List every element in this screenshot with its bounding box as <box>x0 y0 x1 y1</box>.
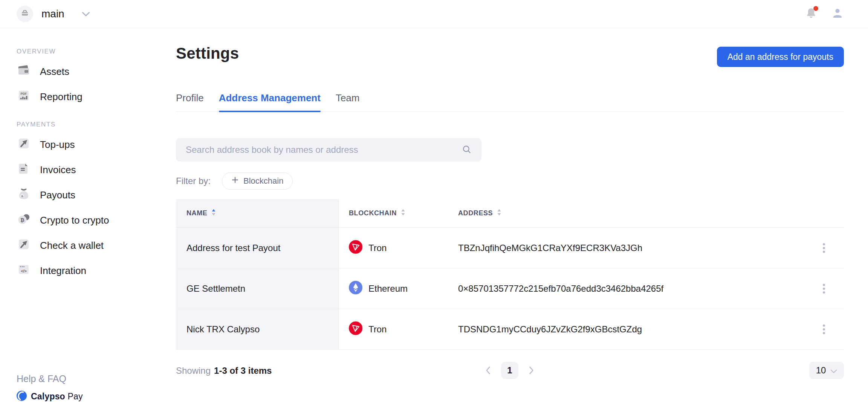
tab-address-management[interactable]: Address Management <box>219 92 321 111</box>
table-row: GE Settlemetn Ethereum 0×85701357772c215… <box>176 268 844 309</box>
svg-text:</>: </> <box>21 269 26 273</box>
bitcoin-coins-icon: ₿ <box>17 212 31 229</box>
briefcase-icon <box>20 9 29 19</box>
profile-button[interactable] <box>831 7 844 21</box>
notifications-button[interactable] <box>805 7 818 21</box>
invoice-icon <box>17 161 31 178</box>
cursor-arrow-icon <box>17 136 31 153</box>
sort-icon <box>400 208 406 218</box>
svg-text:PDF: PDF <box>21 92 27 96</box>
sidebar-item-top-ups[interactable]: Top-ups <box>17 132 176 157</box>
tron-icon <box>349 321 362 337</box>
row-actions-menu-icon[interactable] <box>821 282 827 296</box>
page-size-value: 10 <box>816 365 826 376</box>
report-pdf-icon: PDF <box>17 88 31 105</box>
address-table: NAME BLOCKCHAIN ADDRESS <box>176 199 844 350</box>
showing-label: Showing <box>176 365 211 376</box>
column-header-address[interactable]: ADDRESS <box>448 199 791 227</box>
row-actions-menu-icon[interactable] <box>821 322 827 337</box>
pagination: 1 <box>484 362 536 379</box>
add-address-button[interactable]: Add an address for payouts <box>717 47 844 67</box>
showing-summary: Showing 1-3 of 3 items <box>176 362 272 379</box>
sidebar-item-label: Assets <box>40 66 69 78</box>
chevron-down-icon <box>830 365 837 376</box>
cursor-arrow-icon <box>17 237 31 254</box>
page-size-select[interactable]: 10 <box>809 362 844 379</box>
svg-text:s: s <box>21 194 23 198</box>
notification-dot <box>813 6 818 11</box>
blockchain-label: Tron <box>368 324 387 335</box>
cell-blockchain: Tron <box>339 309 448 349</box>
column-header-actions <box>791 199 844 227</box>
cell-address: TDSNDG1myCCduy6JZvZkG2f9xGBcstGZdg <box>448 309 791 349</box>
cell-name: Address for test Payout <box>176 228 339 268</box>
column-header-label: NAME <box>186 209 207 217</box>
showing-value: 1-3 of 3 items <box>214 365 272 376</box>
table-row: Nick TRX Calypso Tron TDSNDG1myCCduy6JZv… <box>176 309 844 350</box>
svg-text:₿: ₿ <box>20 217 24 223</box>
brand-name: Calypso Pay <box>31 391 83 402</box>
help-faq-link[interactable]: Help & FAQ <box>17 373 66 384</box>
sidebar-item-label: Invoices <box>40 164 76 176</box>
row-actions-menu-icon[interactable] <box>821 241 827 255</box>
brand-word-calypso: Calypso <box>31 391 65 401</box>
filter-by-label: Filter by: <box>176 176 211 186</box>
sidebar-section-overview: OVERVIEW <box>17 48 176 55</box>
workspace-avatar[interactable] <box>17 6 33 22</box>
cell-actions <box>791 268 844 309</box>
cell-address: TBZnJqfihQeMGkG1CRaYXf9ECR3KVa3JGh <box>448 228 791 268</box>
sidebar-item-invoices[interactable]: Invoices <box>17 157 176 183</box>
chevron-down-icon[interactable] <box>82 12 90 17</box>
workspace-name[interactable]: main <box>41 8 64 20</box>
cell-blockchain: Tron <box>339 228 448 268</box>
sidebar-item-assets[interactable]: Assets <box>17 59 176 84</box>
sidebar-item-label: Integration <box>40 265 86 277</box>
settings-tabs: Profile Address Management Team <box>176 92 844 112</box>
sidebar-item-label: Top-ups <box>40 139 75 151</box>
page-number-button[interactable]: 1 <box>501 362 518 379</box>
calypso-logo-icon <box>17 391 27 402</box>
cell-name: Nick TRX Calypso <box>176 309 339 349</box>
sidebar-item-label: Crypto to crypto <box>40 215 109 226</box>
sidebar-item-integration[interactable]: </> Integration <box>17 258 176 283</box>
topbar: main <box>0 0 868 28</box>
tab-profile[interactable]: Profile <box>176 92 204 111</box>
previous-page-icon[interactable] <box>484 365 492 376</box>
cell-address: 0×85701357772c215efb70a76edd3c3462bba426… <box>448 268 791 309</box>
filter-chip-blockchain[interactable]: Blockchain <box>222 172 293 190</box>
brand-logo[interactable]: Calypso Pay <box>17 391 83 402</box>
sidebar-item-payouts[interactable]: s Payouts <box>17 183 176 208</box>
ethereum-icon <box>349 281 362 297</box>
cell-actions <box>791 309 844 349</box>
sidebar-section-payments: PAYMENTS <box>17 121 176 128</box>
filter-row: Filter by: Blockchain <box>176 172 293 190</box>
column-header-label: ADDRESS <box>458 209 493 217</box>
tron-icon <box>349 240 362 256</box>
cell-name: GE Settlemetn <box>176 268 339 309</box>
tab-team[interactable]: Team <box>336 92 360 111</box>
column-header-blockchain[interactable]: BLOCKCHAIN <box>339 199 448 227</box>
blockchain-label: Tron <box>368 243 387 253</box>
search-input[interactable] <box>186 145 462 155</box>
sort-icon <box>211 208 216 218</box>
wallet-icon <box>17 63 31 80</box>
sidebar-item-reporting[interactable]: PDF Reporting <box>17 84 176 110</box>
user-icon <box>831 7 844 21</box>
page-title: Settings <box>176 44 239 62</box>
sidebar-item-check-a-wallet[interactable]: Check a wallet <box>17 233 176 258</box>
sort-icon <box>497 208 502 218</box>
next-page-icon[interactable] <box>527 365 536 376</box>
plus-icon <box>231 176 239 186</box>
column-header-name[interactable]: NAME <box>176 199 339 227</box>
blockchain-label: Ethereum <box>368 283 408 294</box>
sidebar-item-crypto-to-crypto[interactable]: ₿ Crypto to crypto <box>17 208 176 233</box>
sidebar-item-label: Reporting <box>40 91 83 103</box>
search-box <box>176 138 481 161</box>
brand-word-pay: Pay <box>67 391 83 401</box>
table-row: Address for test Payout Tron TBZnJqfihQe… <box>176 228 844 268</box>
moneybag-icon: s <box>17 187 31 204</box>
column-header-label: BLOCKCHAIN <box>349 209 397 217</box>
search-icon[interactable] <box>462 144 472 156</box>
filter-chip-label: Blockchain <box>243 176 283 186</box>
cell-blockchain: Ethereum <box>339 268 448 309</box>
